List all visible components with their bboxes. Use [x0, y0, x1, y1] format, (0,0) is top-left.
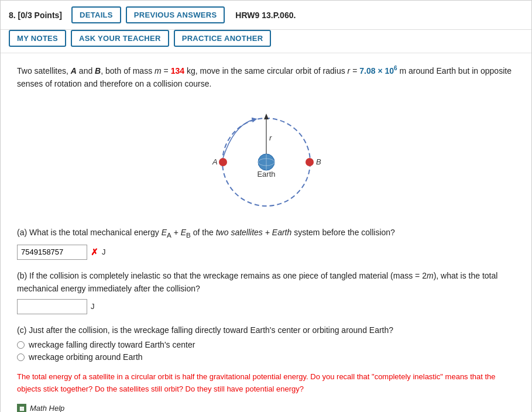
svg-text:r: r	[269, 133, 272, 142]
svg-text:A: A	[212, 157, 218, 166]
part-a-question: (a) What is the total mechanical energy …	[17, 226, 515, 241]
svg-point-8	[219, 158, 227, 166]
practice-another-button[interactable]: PRACTICE ANOTHER	[174, 30, 272, 47]
part-a-input[interactable]	[17, 245, 87, 260]
previous-answers-button[interactable]: PREVIOUS ANSWERS	[126, 6, 225, 23]
math-help-row: ▦ Math Help	[17, 404, 515, 412]
math-help-icon: ▦	[17, 404, 26, 412]
details-button[interactable]: DETAILS	[71, 6, 121, 23]
part-c-block: (c) Just after the collision, is the wre…	[17, 324, 515, 362]
wrong-icon-a: ✗	[91, 247, 98, 258]
orbit-diagram: r Earth A B	[17, 101, 515, 212]
part-a-block: (a) What is the total mechanical energy …	[17, 226, 515, 259]
my-notes-button[interactable]: MY NOTES	[9, 30, 66, 47]
svg-point-10	[306, 158, 314, 166]
math-help-label: Math Help	[30, 404, 64, 412]
ask-teacher-button[interactable]: ASK YOUR TEACHER	[71, 30, 169, 47]
svg-marker-2	[264, 114, 269, 119]
svg-text:B: B	[316, 157, 321, 166]
problem-intro: Two satellites, A and B, both of mass m …	[17, 64, 515, 90]
radio-falling-label: wreckage falling directly toward Earth's…	[29, 340, 195, 349]
radio-option-orbiting[interactable]: wreckage orbiting around Earth	[17, 352, 515, 362]
part-b-unit: J	[91, 302, 95, 311]
radio-orbiting-label: wreckage orbiting around Earth	[29, 352, 143, 362]
part-a-unit: J	[102, 248, 106, 256]
part-c-question: (c) Just after the collision, is the wre…	[17, 324, 515, 337]
hint-text: The total energy of a satellite in a cir…	[17, 371, 515, 396]
radio-falling[interactable]	[17, 341, 25, 349]
hrw-code: HRW9 13.P.060.	[235, 11, 296, 20]
radio-orbiting[interactable]	[17, 353, 25, 361]
part-b-question: (b) If the collision is completely inela…	[17, 269, 515, 296]
radio-option-falling[interactable]: wreckage falling directly toward Earth's…	[17, 340, 515, 349]
problem-number: 8. [0/3 Points]	[9, 11, 62, 20]
part-b-input[interactable]	[17, 299, 87, 314]
part-b-block: (b) If the collision is completely inela…	[17, 269, 515, 314]
svg-text:Earth: Earth	[257, 170, 275, 178]
